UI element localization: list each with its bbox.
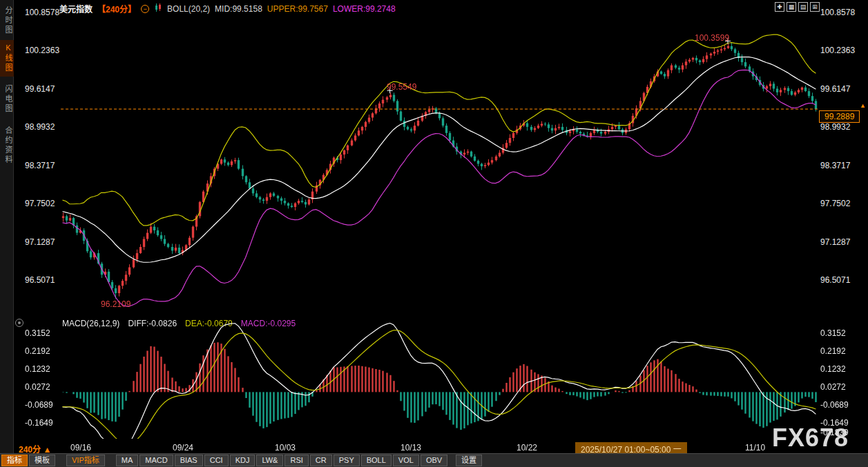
- macd-tick: 0.1232: [25, 364, 50, 374]
- price-chart-canvas[interactable]: [61, 6, 818, 316]
- time-tick: 09/16: [70, 443, 91, 453]
- price-tick: 99.6147: [25, 84, 55, 94]
- macd-tick: 0.0272: [820, 382, 846, 392]
- price-tick: 99.6147: [820, 84, 850, 94]
- toolbar-bias-button[interactable]: BIAS: [175, 455, 203, 466]
- macd-tick: 0.0272: [25, 382, 50, 392]
- toolbar-cci-button[interactable]: CCI: [204, 455, 229, 466]
- price-direction-arrow: ▲: [860, 102, 866, 109]
- chart-application: 分时图 K线图 闪电图 合约资料 美元指数 【240分】 − BOLL(20,2…: [0, 0, 868, 467]
- high-annotation: 100.3599: [695, 33, 729, 43]
- macd-tick: 0.2192: [25, 346, 50, 356]
- time-tick: 10/22: [517, 443, 537, 453]
- price-tick: 96.5071: [820, 275, 850, 285]
- toolbar-rsi-button[interactable]: RSI: [284, 455, 308, 466]
- low-annotation: 96.2109: [101, 299, 131, 309]
- macd-tick: 0.1232: [820, 364, 846, 374]
- time-tick: 09/24: [173, 443, 193, 453]
- sidebar-tab-contract-info[interactable]: 合约资料: [0, 123, 14, 168]
- price-tick: 97.1287: [25, 237, 55, 247]
- toolbar-template-button[interactable]: 模板: [29, 455, 55, 466]
- toolbar-psy-button[interactable]: PSY: [334, 455, 360, 466]
- panel-toggle-icon[interactable]: [15, 319, 23, 327]
- macd-tick: 0.2192: [820, 346, 846, 356]
- time-tick: 11/10: [745, 443, 765, 453]
- price-tick: 98.3717: [820, 161, 850, 170]
- toolbar-indicator-button[interactable]: 指标: [1, 455, 28, 466]
- fx678-watermark: FX678: [772, 424, 849, 453]
- last-price-tag: 99.2889: [819, 110, 860, 123]
- time-tick: 10/03: [275, 443, 296, 453]
- time-tick: 10/13: [401, 443, 421, 453]
- price-tick: 97.7502: [820, 199, 850, 208]
- macd-tick: -0.0689: [25, 400, 53, 410]
- macd-tick: 0.3152: [820, 328, 846, 338]
- price-tick: 96.5071: [25, 275, 55, 285]
- price-tick: 100.8578: [820, 8, 855, 17]
- toolbar-lw-button[interactable]: LW&: [256, 455, 283, 466]
- macd-tick: -0.0689: [820, 400, 849, 410]
- toolbar-macd-button[interactable]: MACD: [139, 455, 173, 466]
- sidebar-tab-time-chart[interactable]: 分时图: [0, 3, 14, 39]
- macd-tick: -0.1649: [25, 418, 53, 428]
- price-tick: 97.7502: [25, 199, 55, 208]
- toolbar-cr-button[interactable]: CR: [310, 455, 332, 466]
- toolbar-ma-button[interactable]: MA: [116, 455, 139, 466]
- macd-tick: 0.3152: [25, 328, 50, 338]
- sidebar-tab-lightning-chart[interactable]: 闪电图: [0, 81, 14, 117]
- price-tick: 98.9932: [25, 122, 55, 132]
- sidebar-tab-kline-chart[interactable]: K线图: [0, 40, 14, 77]
- price-tick: 100.2363: [820, 46, 855, 55]
- toolbar-boll-button[interactable]: BOLL: [361, 455, 392, 466]
- bottom-toolbar: 指标 模板 VIP指标 MA MACD BIAS CCI KDJ LW& RSI…: [0, 453, 868, 467]
- toolbar-vip-indicator-button[interactable]: VIP指标: [66, 455, 105, 466]
- price-tick: 98.9932: [820, 122, 850, 132]
- toolbar-vol-button[interactable]: VOL: [393, 455, 419, 466]
- toolbar-settings-button[interactable]: 设置: [456, 455, 482, 466]
- toolbar-obv-button[interactable]: OBV: [421, 455, 447, 466]
- toolbar-kdj-button[interactable]: KDJ: [230, 455, 255, 466]
- macd-chart-canvas[interactable]: [61, 323, 818, 439]
- high-annotation: 99.5549: [387, 82, 416, 92]
- price-tick: 100.2363: [25, 46, 59, 55]
- sidebar: 分时图 K线图 闪电图 合约资料: [0, 0, 14, 467]
- price-tick: 98.3717: [25, 161, 55, 170]
- price-tick: 97.1287: [820, 237, 850, 247]
- price-tick: 100.8578: [25, 8, 59, 17]
